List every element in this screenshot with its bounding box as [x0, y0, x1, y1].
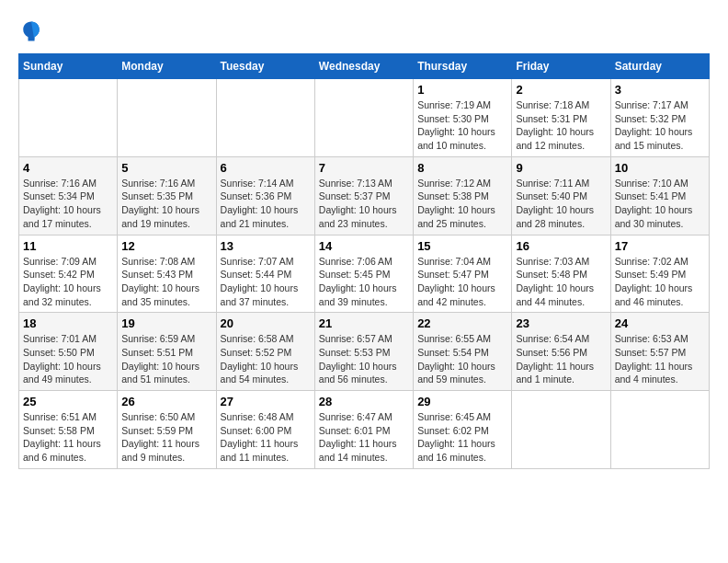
calendar-cell: 27Sunrise: 6:48 AMSunset: 6:00 PMDayligh…: [216, 391, 314, 469]
day-number: 11: [23, 239, 113, 253]
day-info: Sunrise: 6:58 AMSunset: 5:52 PMDaylight:…: [221, 332, 311, 386]
calendar-day-header: Wednesday: [314, 54, 413, 79]
day-number: 19: [121, 316, 211, 330]
day-number: 18: [23, 316, 113, 330]
day-info: Sunrise: 7:10 AMSunset: 5:41 PMDaylight:…: [615, 177, 705, 231]
calendar-cell: 22Sunrise: 6:55 AMSunset: 5:54 PMDayligh…: [414, 313, 512, 391]
day-number: 12: [121, 239, 211, 253]
calendar-cell: 3Sunrise: 7:17 AMSunset: 5:32 PMDaylight…: [610, 79, 709, 157]
day-number: 21: [319, 316, 409, 330]
calendar-day-header: Thursday: [414, 54, 512, 79]
day-number: 28: [319, 395, 409, 408]
calendar-cell: [118, 79, 216, 157]
calendar-cell: 14Sunrise: 7:06 AMSunset: 5:45 PMDayligh…: [314, 235, 413, 313]
day-info: Sunrise: 6:51 AMSunset: 5:58 PMDaylight:…: [23, 410, 113, 465]
day-number: 1: [417, 83, 507, 97]
day-info: Sunrise: 6:57 AMSunset: 5:53 PMDaylight:…: [319, 332, 409, 386]
day-number: 7: [319, 161, 409, 175]
calendar-body: 1Sunrise: 7:19 AMSunset: 5:30 PMDaylight…: [19, 79, 710, 469]
day-info: Sunrise: 6:50 AMSunset: 5:59 PMDaylight:…: [121, 410, 211, 465]
day-info: Sunrise: 7:04 AMSunset: 5:47 PMDaylight:…: [417, 255, 507, 309]
calendar-cell: 24Sunrise: 6:53 AMSunset: 5:57 PMDayligh…: [610, 313, 709, 391]
day-number: 24: [615, 316, 705, 330]
calendar-cell: 18Sunrise: 7:01 AMSunset: 5:50 PMDayligh…: [19, 313, 118, 391]
calendar-cell: 12Sunrise: 7:08 AMSunset: 5:43 PMDayligh…: [118, 235, 216, 313]
calendar-week-row: 4Sunrise: 7:16 AMSunset: 5:34 PMDaylight…: [19, 156, 710, 235]
calendar-cell: 7Sunrise: 7:13 AMSunset: 5:37 PMDaylight…: [314, 156, 413, 235]
calendar-cell: 26Sunrise: 6:50 AMSunset: 5:59 PMDayligh…: [118, 391, 216, 469]
day-info: Sunrise: 7:09 AMSunset: 5:42 PMDaylight:…: [23, 255, 113, 309]
calendar-week-row: 1Sunrise: 7:19 AMSunset: 5:30 PMDaylight…: [19, 79, 710, 157]
calendar-table: SundayMondayTuesdayWednesdayThursdayFrid…: [18, 53, 710, 469]
day-info: Sunrise: 7:06 AMSunset: 5:45 PMDaylight:…: [319, 255, 409, 309]
day-info: Sunrise: 6:55 AMSunset: 5:54 PMDaylight:…: [417, 332, 507, 386]
day-info: Sunrise: 7:17 AMSunset: 5:32 PMDaylight:…: [615, 98, 705, 153]
calendar-cell: [610, 391, 709, 469]
day-info: Sunrise: 7:19 AMSunset: 5:30 PMDaylight:…: [417, 98, 507, 153]
day-number: 25: [23, 395, 113, 408]
calendar-week-row: 25Sunrise: 6:51 AMSunset: 5:58 PMDayligh…: [19, 391, 710, 469]
day-info: Sunrise: 7:03 AMSunset: 5:48 PMDaylight:…: [516, 255, 606, 309]
calendar-cell: [314, 79, 413, 157]
calendar-cell: [512, 391, 610, 469]
day-number: 29: [417, 395, 507, 408]
calendar-cell: 10Sunrise: 7:10 AMSunset: 5:41 PMDayligh…: [610, 156, 709, 235]
day-info: Sunrise: 6:53 AMSunset: 5:57 PMDaylight:…: [615, 332, 705, 386]
day-info: Sunrise: 6:47 AMSunset: 6:01 PMDaylight:…: [319, 410, 409, 465]
day-number: 22: [417, 316, 507, 330]
calendar-cell: 13Sunrise: 7:07 AMSunset: 5:44 PMDayligh…: [216, 235, 314, 313]
calendar-cell: [216, 79, 314, 157]
calendar-day-header: Friday: [512, 54, 610, 79]
day-number: 10: [615, 161, 705, 175]
calendar-cell: 16Sunrise: 7:03 AMSunset: 5:48 PMDayligh…: [512, 235, 610, 313]
day-number: 13: [221, 239, 311, 253]
calendar-cell: 20Sunrise: 6:58 AMSunset: 5:52 PMDayligh…: [216, 313, 314, 391]
day-number: 6: [221, 161, 311, 175]
day-number: 14: [319, 239, 409, 253]
day-number: 15: [417, 239, 507, 253]
calendar-cell: 19Sunrise: 6:59 AMSunset: 5:51 PMDayligh…: [118, 313, 216, 391]
logo-icon: [18, 18, 44, 44]
calendar-day-header: Monday: [118, 54, 216, 79]
calendar-cell: 4Sunrise: 7:16 AMSunset: 5:34 PMDaylight…: [19, 156, 118, 235]
day-info: Sunrise: 7:16 AMSunset: 5:35 PMDaylight:…: [121, 177, 211, 231]
day-info: Sunrise: 7:14 AMSunset: 5:36 PMDaylight:…: [221, 177, 311, 231]
day-number: 27: [221, 395, 311, 408]
day-number: 26: [121, 395, 211, 408]
day-number: 5: [121, 161, 211, 175]
calendar-cell: 15Sunrise: 7:04 AMSunset: 5:47 PMDayligh…: [414, 235, 512, 313]
logo: [18, 18, 48, 44]
calendar-cell: 21Sunrise: 6:57 AMSunset: 5:53 PMDayligh…: [314, 313, 413, 391]
day-number: 16: [516, 239, 606, 253]
calendar-day-header: Saturday: [610, 54, 709, 79]
calendar-cell: 1Sunrise: 7:19 AMSunset: 5:30 PMDaylight…: [414, 79, 512, 157]
day-info: Sunrise: 7:01 AMSunset: 5:50 PMDaylight:…: [23, 332, 113, 386]
calendar-cell: 6Sunrise: 7:14 AMSunset: 5:36 PMDaylight…: [216, 156, 314, 235]
day-number: 23: [516, 316, 606, 330]
day-number: 20: [221, 316, 311, 330]
day-info: Sunrise: 7:13 AMSunset: 5:37 PMDaylight:…: [319, 177, 409, 231]
day-number: 17: [615, 239, 705, 253]
calendar-cell: 11Sunrise: 7:09 AMSunset: 5:42 PMDayligh…: [19, 235, 118, 313]
day-info: Sunrise: 6:45 AMSunset: 6:02 PMDaylight:…: [417, 410, 507, 465]
calendar-cell: 25Sunrise: 6:51 AMSunset: 5:58 PMDayligh…: [19, 391, 118, 469]
calendar-day-header: Sunday: [19, 54, 118, 79]
calendar-cell: [19, 79, 118, 157]
day-info: Sunrise: 6:59 AMSunset: 5:51 PMDaylight:…: [121, 332, 211, 386]
day-number: 3: [615, 83, 705, 97]
calendar-day-header: Tuesday: [216, 54, 314, 79]
calendar-cell: 17Sunrise: 7:02 AMSunset: 5:49 PMDayligh…: [610, 235, 709, 313]
day-info: Sunrise: 6:54 AMSunset: 5:56 PMDaylight:…: [516, 332, 606, 386]
day-info: Sunrise: 7:16 AMSunset: 5:34 PMDaylight:…: [23, 177, 113, 231]
day-info: Sunrise: 7:08 AMSunset: 5:43 PMDaylight:…: [121, 255, 211, 309]
day-number: 8: [417, 161, 507, 175]
calendar-cell: 8Sunrise: 7:12 AMSunset: 5:38 PMDaylight…: [414, 156, 512, 235]
day-info: Sunrise: 7:02 AMSunset: 5:49 PMDaylight:…: [615, 255, 705, 309]
day-info: Sunrise: 7:07 AMSunset: 5:44 PMDaylight:…: [221, 255, 311, 309]
day-info: Sunrise: 7:18 AMSunset: 5:31 PMDaylight:…: [516, 98, 606, 153]
calendar-week-row: 11Sunrise: 7:09 AMSunset: 5:42 PMDayligh…: [19, 235, 710, 313]
day-number: 2: [516, 83, 606, 97]
calendar-header-row: SundayMondayTuesdayWednesdayThursdayFrid…: [19, 54, 710, 79]
day-info: Sunrise: 7:12 AMSunset: 5:38 PMDaylight:…: [417, 177, 507, 231]
calendar-cell: 28Sunrise: 6:47 AMSunset: 6:01 PMDayligh…: [314, 391, 413, 469]
